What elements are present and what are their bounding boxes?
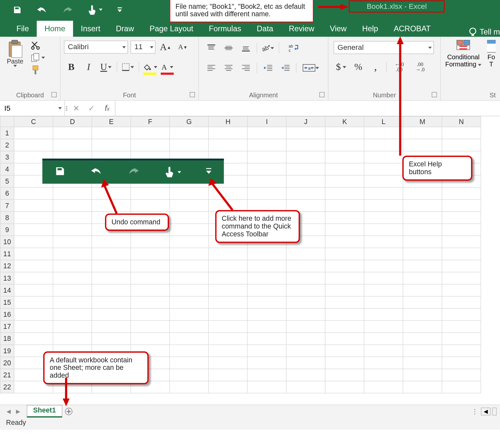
row-header[interactable]: 7 <box>0 200 14 212</box>
font-name-select[interactable]: Calibri <box>64 41 128 54</box>
cell[interactable] <box>286 163 325 175</box>
cell[interactable] <box>209 345 247 357</box>
cell[interactable] <box>247 163 286 175</box>
cell[interactable] <box>442 284 480 296</box>
cell[interactable] <box>170 127 208 139</box>
cell[interactable] <box>364 345 403 357</box>
cell[interactable] <box>170 224 208 236</box>
cell[interactable] <box>92 272 131 284</box>
cell[interactable] <box>53 260 92 272</box>
cell[interactable] <box>247 308 286 320</box>
tab-data[interactable]: Data <box>249 21 281 37</box>
cell[interactable] <box>403 345 442 357</box>
dialog-launcher-icon[interactable] <box>432 92 437 97</box>
cell[interactable] <box>247 320 286 332</box>
cell[interactable] <box>131 333 170 345</box>
cell[interactable] <box>364 212 403 224</box>
cell[interactable] <box>247 284 286 296</box>
cell[interactable] <box>286 320 325 332</box>
cell[interactable] <box>403 236 442 248</box>
cell[interactable] <box>53 127 92 139</box>
cell[interactable] <box>170 248 208 260</box>
cell[interactable] <box>209 357 247 369</box>
touch-mode-icon[interactable] <box>88 5 103 14</box>
row-header[interactable]: 19 <box>0 345 14 357</box>
cell[interactable] <box>403 224 442 236</box>
cell[interactable] <box>14 260 53 272</box>
cell[interactable] <box>53 212 92 224</box>
currency-button[interactable]: $ <box>334 60 348 74</box>
row-header[interactable]: 12 <box>0 260 14 272</box>
tab-review[interactable]: Review <box>281 21 322 37</box>
redo-icon[interactable] <box>62 6 73 14</box>
cell[interactable] <box>170 188 208 200</box>
tab-insert[interactable]: Insert <box>73 21 108 37</box>
align-left-button[interactable] <box>204 61 219 75</box>
dialog-launcher-icon[interactable] <box>319 92 325 97</box>
increase-indent-button[interactable] <box>278 61 293 75</box>
row-header[interactable]: 18 <box>0 333 14 345</box>
cell[interactable] <box>403 333 442 345</box>
percent-button[interactable]: % <box>351 60 366 74</box>
cell[interactable] <box>442 320 480 332</box>
cell[interactable] <box>325 284 364 296</box>
row-header[interactable]: 15 <box>0 296 14 308</box>
cell[interactable] <box>131 248 170 260</box>
cell[interactable] <box>131 127 170 139</box>
cell[interactable] <box>53 224 92 236</box>
row-header[interactable]: 20 <box>0 357 14 369</box>
row-header[interactable]: 11 <box>0 248 14 260</box>
cell[interactable] <box>325 163 364 175</box>
cell[interactable] <box>442 212 480 224</box>
scroll-left-icon[interactable]: ◄ <box>481 407 491 415</box>
format-painter-button[interactable] <box>31 65 45 75</box>
comma-style-button[interactable]: , <box>368 60 383 74</box>
cell[interactable] <box>170 381 208 393</box>
cell[interactable] <box>53 308 92 320</box>
cell[interactable] <box>170 369 208 381</box>
cell[interactable] <box>403 308 442 320</box>
row-header[interactable]: 14 <box>0 284 14 296</box>
cell[interactable] <box>403 357 442 369</box>
cell[interactable] <box>403 188 442 200</box>
cell[interactable] <box>325 248 364 260</box>
cell[interactable] <box>325 381 364 393</box>
cell[interactable] <box>247 296 286 308</box>
middle-align-button[interactable] <box>221 41 236 55</box>
cell[interactable] <box>170 345 208 357</box>
cell[interactable] <box>170 139 208 151</box>
cell[interactable] <box>325 175 364 187</box>
column-header[interactable]: D <box>53 117 92 127</box>
cell[interactable] <box>325 296 364 308</box>
cell[interactable] <box>286 139 325 151</box>
cell[interactable] <box>403 284 442 296</box>
cell[interactable] <box>131 139 170 151</box>
prev-sheet-icon[interactable]: ◄ <box>5 407 12 415</box>
cell[interactable] <box>325 345 364 357</box>
cell[interactable] <box>209 308 247 320</box>
cell[interactable] <box>14 308 53 320</box>
column-header[interactable]: H <box>209 117 247 127</box>
select-all-corner[interactable] <box>0 117 14 127</box>
cell[interactable] <box>286 284 325 296</box>
tab-scroll-handle[interactable]: ⋮ <box>471 407 479 415</box>
cell[interactable] <box>209 381 247 393</box>
align-right-button[interactable] <box>239 61 253 75</box>
cell[interactable] <box>14 139 53 151</box>
cell[interactable] <box>286 381 325 393</box>
cell[interactable] <box>14 212 53 224</box>
row-header[interactable]: 2 <box>0 139 14 151</box>
row-header[interactable]: 16 <box>0 308 14 320</box>
cell[interactable] <box>170 272 208 284</box>
cell[interactable] <box>53 236 92 248</box>
cell[interactable] <box>131 308 170 320</box>
cell[interactable] <box>209 284 247 296</box>
cell[interactable] <box>247 188 286 200</box>
cell[interactable] <box>170 333 208 345</box>
enter-icon[interactable]: ✓ <box>84 104 100 113</box>
cell[interactable] <box>209 333 247 345</box>
cell[interactable] <box>247 260 286 272</box>
font-size-select[interactable]: 11 <box>131 41 156 54</box>
cell[interactable] <box>286 175 325 187</box>
cancel-icon[interactable]: ✕ <box>68 104 84 113</box>
